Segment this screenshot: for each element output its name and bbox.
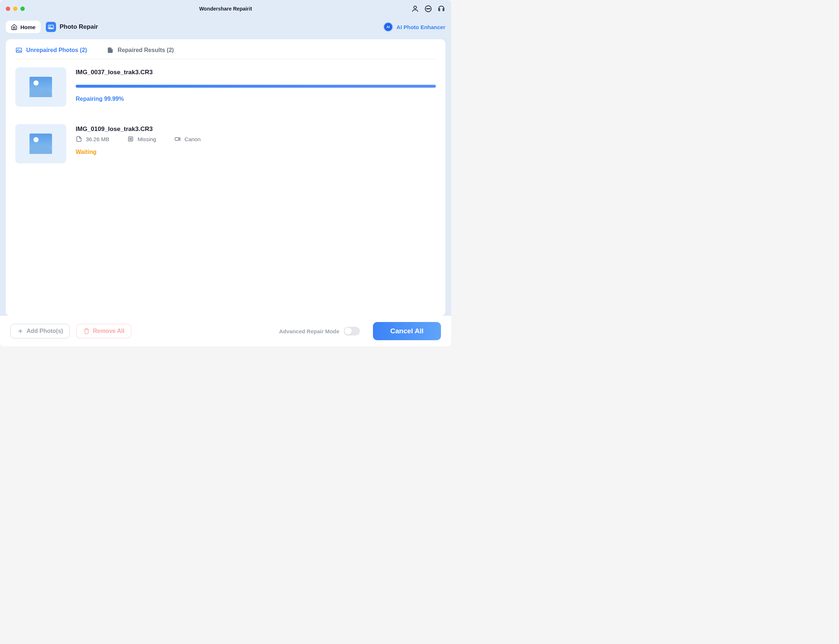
cancel-all-button[interactable]: Cancel All: [373, 322, 441, 340]
home-label: Home: [20, 24, 36, 30]
account-icon[interactable]: [411, 5, 419, 13]
support-icon[interactable]: [437, 5, 445, 13]
ai-enhancer-label: AI Photo Enhancer: [397, 24, 445, 30]
remove-all-button[interactable]: Remove All: [76, 324, 131, 338]
svg-point-18: [131, 140, 132, 140]
file-name: IMG_0109_lose_trak3.CR3: [76, 125, 436, 133]
ai-photo-enhancer-link[interactable]: AI AI Photo Enhancer: [384, 22, 445, 32]
advanced-repair-mode: Advanced Repair Mode: [279, 327, 360, 335]
add-photos-button[interactable]: Add Photo(s): [10, 324, 70, 338]
svg-point-4: [429, 8, 430, 9]
svg-point-16: [131, 138, 132, 139]
file-icon: [76, 136, 82, 142]
svg-point-0: [414, 6, 416, 9]
tab-label: Repaired Results (2): [118, 47, 174, 54]
home-icon: [11, 24, 18, 30]
item-body: IMG_0109_lose_trak3.CR3 36.26 MB Missing: [76, 124, 436, 163]
footer-bar: Add Photo(s) Remove All Advanced Repair …: [0, 316, 451, 347]
item-body: IMG_0037_lose_trak3.CR3 Repairing 99.99%: [76, 67, 436, 107]
placeholder-image-icon: [30, 77, 52, 97]
close-window-button[interactable]: [6, 7, 10, 11]
file-resolution: Missing: [127, 136, 156, 142]
photo-thumbnail[interactable]: [15, 67, 66, 107]
window-controls: [6, 7, 25, 11]
file-camera: Canon: [174, 136, 200, 142]
tab-unrepaired-photos[interactable]: Unrepaired Photos (2): [15, 46, 87, 54]
status-text: Repairing 99.99%: [76, 96, 436, 102]
file-size: 36.26 MB: [76, 136, 109, 142]
section-label: Photo Repair: [60, 23, 98, 31]
svg-point-3: [428, 8, 429, 9]
add-photos-label: Add Photo(s): [26, 328, 63, 334]
camera-icon: [174, 136, 181, 142]
home-button[interactable]: Home: [6, 21, 41, 33]
svg-point-17: [130, 140, 130, 140]
list-item: IMG_0109_lose_trak3.CR3 36.26 MB Missing: [15, 124, 436, 163]
toggle-knob: [345, 327, 352, 335]
advanced-repair-label: Advanced Repair Mode: [279, 328, 340, 334]
file-meta: 36.26 MB Missing Canon: [76, 136, 436, 142]
title-bar-right: [411, 5, 445, 13]
feedback-icon[interactable]: [424, 5, 432, 13]
tabs: Unrepaired Photos (2) Repaired Results (…: [15, 46, 436, 59]
file-name: IMG_0037_lose_trak3.CR3: [76, 69, 436, 76]
content-panel: Unrepaired Photos (2) Repaired Results (…: [6, 39, 445, 316]
app-title: Wondershare Repairit: [199, 6, 252, 12]
plus-icon: [17, 328, 24, 334]
resolution-icon: [127, 136, 134, 142]
maximize-window-button[interactable]: [20, 7, 25, 11]
title-bar: Wondershare Repairit: [0, 0, 451, 18]
remove-all-label: Remove All: [93, 328, 125, 334]
svg-point-2: [427, 8, 427, 9]
image-icon: [15, 46, 23, 54]
nav-bar: Home Photo Repair AI AI Photo Enhancer: [0, 18, 451, 36]
progress-bar: [76, 85, 436, 88]
svg-point-11: [33, 80, 39, 85]
tab-label: Unrepaired Photos (2): [26, 47, 87, 54]
file-icon: [107, 46, 114, 54]
advanced-repair-toggle[interactable]: [344, 327, 360, 335]
file-resolution-value: Missing: [138, 136, 156, 142]
minimize-window-button[interactable]: [13, 7, 18, 11]
svg-point-19: [130, 139, 131, 140]
trash-icon: [83, 328, 90, 334]
app-window: Wondershare Repairit Home Photo Repair A…: [0, 0, 451, 347]
section-header: Photo Repair: [46, 22, 98, 32]
photo-repair-icon: [46, 22, 56, 32]
placeholder-image-icon: [30, 133, 52, 154]
ai-icon: AI: [384, 22, 393, 32]
file-camera-value: Canon: [184, 136, 200, 142]
svg-point-15: [130, 138, 130, 139]
status-text: Waiting: [76, 149, 436, 155]
file-size-value: 36.26 MB: [86, 136, 109, 142]
photo-thumbnail[interactable]: [15, 124, 66, 163]
svg-rect-20: [175, 138, 179, 140]
svg-point-6: [49, 26, 51, 27]
photo-list: IMG_0037_lose_trak3.CR3 Repairing 99.99%…: [15, 67, 436, 163]
svg-point-13: [33, 137, 39, 142]
tab-repaired-results[interactable]: Repaired Results (2): [107, 46, 174, 54]
list-item: IMG_0037_lose_trak3.CR3 Repairing 99.99%: [15, 67, 436, 107]
